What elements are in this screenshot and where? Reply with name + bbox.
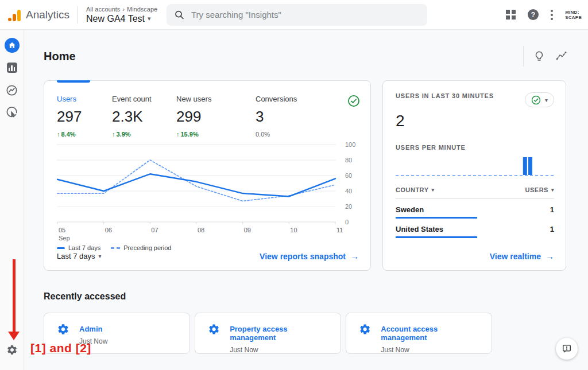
caret-down-icon: ▾ [551, 187, 554, 193]
metric-value: 299 [176, 108, 256, 126]
nav-admin-gear-icon[interactable] [5, 342, 20, 357]
breadcrumb: All accounts › Mindscape [86, 6, 157, 13]
search-icon [175, 10, 184, 20]
nav-reports-icon[interactable] [5, 60, 20, 75]
users-last-30-min-value: 2 [396, 112, 554, 130]
caret-down-icon: ▾ [431, 187, 434, 193]
main-content: Home Users [24, 30, 588, 370]
recent-card-property-access[interactable]: Property access management Just Now [195, 313, 341, 354]
recent-card-title: Account access management [381, 325, 482, 342]
metric-event-count[interactable]: Event count 2.3K ↑ 3.9% [112, 95, 176, 138]
metric-value: 3 [256, 108, 347, 126]
data-quality-check-icon[interactable] [347, 95, 360, 138]
users-per-minute-label: USERS PER MINUTE [396, 144, 554, 151]
selected-metric-tab-indicator [57, 80, 90, 83]
logo-bar-tall [17, 10, 21, 21]
overview-card: Users 297 ↑ 8.4% Event count 2.3K ↑ 3.9% [44, 80, 371, 271]
feedback-button[interactable] [556, 338, 578, 360]
metric-label: Users [57, 95, 112, 103]
recent-card-time: Just Now [230, 346, 331, 354]
view-reports-snapshot-link[interactable]: View reports snapshot → [260, 251, 359, 261]
property-name[interactable]: New GA4 Test [86, 14, 145, 24]
gear-icon [57, 323, 69, 336]
more-options-icon[interactable] [551, 10, 553, 20]
svg-text:11: 11 [336, 227, 343, 233]
country-column-header[interactable]: COUNTRY ▾ [396, 186, 435, 193]
svg-text:Sep: Sep [59, 235, 70, 242]
help-icon[interactable]: ? [528, 9, 539, 20]
breadcrumb-current[interactable]: Mindscape [127, 6, 157, 13]
users-per-minute-chart[interactable] [396, 155, 554, 176]
table-row: Sweden 1 [396, 200, 554, 219]
metric-delta: 0.0% [256, 131, 347, 138]
svg-text:0: 0 [345, 219, 349, 225]
arrow-right-icon: → [350, 251, 359, 261]
top-app-bar: Analytics All accounts › Mindscape New G… [0, 0, 588, 30]
logo-bar-mid [13, 14, 16, 21]
svg-text:06: 06 [105, 227, 112, 233]
view-realtime-link[interactable]: View realtime → [490, 251, 554, 261]
breadcrumb-chevron-icon: › [122, 6, 125, 13]
country-users: 1 [550, 205, 554, 214]
metric-label: Conversions [256, 95, 347, 103]
nav-home-icon[interactable] [5, 38, 20, 53]
gear-icon [359, 323, 371, 336]
insights-lightbulb-icon[interactable] [533, 49, 546, 63]
table-row: United States 1 [396, 220, 554, 238]
users-trend-chart[interactable]: 02040608010005060708091011Sep [44, 138, 370, 244]
recent-card-title: Admin [79, 325, 107, 333]
insights-trend-icon[interactable] [555, 50, 568, 62]
diagnostics-grid-icon[interactable] [506, 10, 516, 20]
svg-text:10: 10 [290, 227, 297, 233]
metric-delta: ↑ 8.4% [57, 131, 112, 138]
svg-text:08: 08 [198, 227, 204, 233]
svg-text:40: 40 [345, 188, 352, 194]
svg-text:07: 07 [151, 227, 158, 233]
account-avatar[interactable]: MIND: SCAPE [565, 4, 587, 26]
country-users: 1 [550, 225, 554, 233]
recent-card-account-access[interactable]: Account access management Just Now [346, 313, 492, 354]
global-search[interactable] [167, 4, 427, 26]
country-name: Sweden [396, 205, 424, 214]
metric-conversions[interactable]: Conversions 3 0.0% [256, 95, 347, 138]
delta-up-icon: ↑ [112, 131, 115, 138]
recent-card-title: Property access management [230, 325, 331, 342]
country-value-bar [396, 217, 477, 219]
search-input[interactable] [191, 10, 419, 20]
metric-value: 2.3K [112, 108, 176, 126]
nav-advertising-icon[interactable] [5, 105, 20, 120]
avatar-text-line2: SCAPE [565, 15, 582, 20]
legend-preceding-period: Preceding period [111, 244, 171, 251]
table-divider [396, 198, 554, 199]
delta-up-icon: ↑ [57, 131, 60, 138]
svg-text:80: 80 [345, 157, 352, 163]
metric-delta: ↑ 15.9% [176, 131, 256, 138]
nav-explore-icon[interactable] [5, 83, 20, 98]
brand-name: Analytics [26, 9, 69, 21]
caret-down-icon: ▾ [99, 253, 102, 259]
svg-text:09: 09 [244, 227, 251, 233]
check-circle-icon [531, 95, 541, 105]
gear-icon [208, 323, 220, 336]
realtime-status-dropdown[interactable]: ▾ [525, 92, 554, 107]
metric-new-users[interactable]: New users 299 ↑ 15.9% [176, 95, 256, 138]
svg-text:60: 60 [345, 172, 352, 179]
legend-last-7-days: Last 7 days [57, 244, 100, 251]
svg-text:100: 100 [345, 141, 355, 148]
caret-down-icon: ▾ [545, 97, 548, 103]
account-property-switcher[interactable]: All accounts › Mindscape New GA4 Test ▾ [86, 6, 157, 24]
page-title: Home [44, 50, 523, 63]
solid-line-swatch-icon [57, 247, 65, 249]
breadcrumb-root[interactable]: All accounts [86, 6, 120, 13]
left-nav-rail [0, 30, 24, 370]
date-range-selector[interactable]: Last 7 days ▾ [57, 252, 102, 260]
logo-dot [8, 18, 11, 21]
dashed-line-swatch-icon [111, 247, 120, 249]
analytics-logo-icon[interactable] [8, 9, 21, 21]
annotation-arrow-head [8, 332, 20, 340]
metric-users[interactable]: Users 297 ↑ 8.4% [57, 95, 112, 138]
svg-text:20: 20 [345, 203, 352, 210]
topbar-divider [78, 6, 78, 24]
realtime-country-table: COUNTRY ▾ USERS ▾ Sweden 1 [396, 186, 554, 238]
users-column-header[interactable]: USERS ▾ [525, 186, 554, 193]
